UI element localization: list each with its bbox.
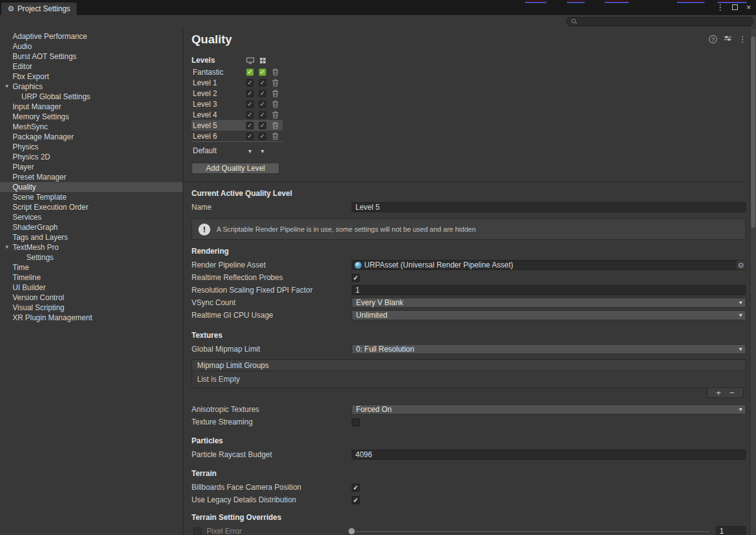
sidebar-item-memory-settings[interactable]: Memory Settings	[0, 112, 183, 122]
delete-level-icon[interactable]	[269, 90, 281, 97]
level-enabled-checkbox[interactable]	[246, 122, 254, 129]
realtime-reflection-probes-checkbox[interactable]	[352, 274, 360, 282]
section-current-active-quality-level: Current Active Quality Level	[192, 188, 746, 198]
sidebar-item-meshsync[interactable]: MeshSync	[0, 122, 183, 132]
table-row[interactable]: Level 4	[192, 109, 283, 120]
level-enabled-checkbox[interactable]	[259, 122, 266, 129]
sidebar-item-physics[interactable]: Physics	[0, 142, 183, 152]
particle-raycast-budget-field[interactable]	[352, 450, 746, 460]
legacy-details-checkbox[interactable]	[352, 496, 360, 504]
sidebar-item-physics-2d[interactable]: Physics 2D	[0, 152, 183, 162]
mipmap-limit-groups-header[interactable]: Mipmap Limit Groups	[192, 360, 745, 371]
sidebar-item-editor[interactable]: Editor	[0, 62, 183, 72]
remove-item-button[interactable]: −	[730, 388, 735, 397]
table-row[interactable]: Level 6	[192, 131, 283, 141]
realtime-gi-label: Realtime GI CPU Usage	[192, 311, 352, 320]
sidebar-item-burst-aot-settings[interactable]: Burst AOT Settings	[0, 51, 183, 62]
sidebar-item-time[interactable]: Time	[0, 262, 183, 273]
resolution-scaling-field[interactable]	[352, 285, 746, 295]
active-level-name-field[interactable]	[352, 202, 746, 212]
global-mipmap-limit-dropdown[interactable]: 0: Full Resolution ▾	[352, 344, 746, 354]
sidebar-item-quality[interactable]: Quality	[0, 182, 183, 192]
table-row[interactable]: Level 3	[192, 99, 283, 109]
add-quality-level-button[interactable]: Add Quality Level	[192, 163, 279, 174]
slider-knob[interactable]	[348, 528, 355, 534]
window-close-icon[interactable]: ×	[746, 3, 751, 12]
level-enabled-checkbox[interactable]	[259, 79, 266, 87]
chevron-down-icon[interactable]: ▾	[256, 148, 269, 154]
sidebar-item-ui-builder[interactable]: UI Builder	[0, 283, 183, 293]
delete-level-icon[interactable]	[269, 68, 281, 76]
delete-level-icon[interactable]	[269, 132, 281, 140]
sidebar-item-package-manager[interactable]: Package Manager	[0, 132, 183, 142]
level-enabled-checkbox[interactable]	[246, 68, 254, 76]
sidebar-item-tmp-settings[interactable]: Settings	[0, 252, 183, 262]
level-enabled-checkbox[interactable]	[246, 132, 254, 140]
sidebar-item-urp-global-settings[interactable]: URP Global Settings	[0, 92, 183, 102]
sidebar-item-timeline[interactable]: Timeline	[0, 273, 183, 283]
sidebar-item-xr-plugin-management[interactable]: XR Plugin Management	[0, 313, 183, 323]
scrollbar-thumb[interactable]	[751, 36, 755, 228]
level-enabled-checkbox[interactable]	[246, 90, 254, 97]
delete-level-icon[interactable]	[269, 100, 281, 108]
mipmap-limit-groups-list: Mipmap Limit Groups List is Empty	[192, 359, 746, 388]
table-row[interactable]: Fantastic	[192, 67, 283, 77]
delete-level-icon[interactable]	[269, 79, 281, 87]
table-row[interactable]: Level 1	[192, 77, 283, 88]
chevron-down-icon[interactable]: ▾	[244, 148, 256, 154]
pixel-error-slider[interactable]	[352, 526, 710, 535]
sidebar-item-label: Graphics	[13, 82, 43, 91]
vertical-scrollbar[interactable]	[750, 29, 756, 535]
table-row[interactable]: Level 2	[192, 88, 283, 99]
render-pipeline-asset-field[interactable]: URPAsset (Universal Render Pipeline Asse…	[352, 260, 746, 270]
vsync-count-dropdown[interactable]: Every V Blank ▾	[352, 298, 746, 308]
presets-icon[interactable]	[723, 35, 732, 44]
chevron-down-icon: ▾	[739, 406, 742, 413]
tab-project-settings[interactable]: ⚙ Project Settings	[1, 3, 77, 15]
window-maximize-icon[interactable]	[732, 4, 738, 10]
object-picker-icon[interactable]: ⊙	[736, 261, 745, 269]
add-item-button[interactable]: +	[716, 388, 721, 397]
pixel-error-override-checkbox[interactable]	[193, 527, 202, 535]
object-field-value: URPAsset (Universal Render Pipeline Asse…	[364, 261, 513, 269]
sidebar-item-audio[interactable]: Audio	[0, 41, 183, 51]
pixel-error-field[interactable]	[716, 526, 746, 535]
sidebar-item-version-control[interactable]: Version Control	[0, 293, 183, 303]
help-icon[interactable]: ?	[709, 35, 717, 43]
level-enabled-checkbox[interactable]	[259, 111, 266, 119]
foldout-open-icon[interactable]: ▼	[4, 82, 9, 92]
level-enabled-checkbox[interactable]	[259, 100, 266, 108]
section-terrain-setting-overrides: Terrain Setting Overrides	[192, 512, 746, 522]
texture-streaming-checkbox[interactable]	[352, 418, 360, 426]
level-enabled-checkbox[interactable]	[259, 68, 266, 76]
sidebar-item-shadergraph[interactable]: ShaderGraph	[0, 222, 183, 232]
window-menu-icon[interactable]: ⋮	[716, 3, 724, 12]
table-row-selected[interactable]: Level 5	[192, 120, 283, 131]
sidebar-item-player[interactable]: Player	[0, 162, 183, 172]
level-enabled-checkbox[interactable]	[246, 79, 254, 87]
sidebar-item-adaptive-performance[interactable]: Adaptive Performance	[0, 31, 183, 41]
sidebar-item-scene-template[interactable]: Scene Template	[0, 192, 183, 202]
sidebar-item-graphics[interactable]: ▼ Graphics	[0, 82, 183, 92]
delete-level-icon[interactable]	[269, 111, 281, 119]
search-input[interactable]	[566, 17, 753, 26]
level-enabled-checkbox[interactable]	[246, 111, 254, 119]
level-enabled-checkbox[interactable]	[246, 100, 254, 108]
sidebar-item-textmesh-pro[interactable]: ▼ TextMesh Pro	[0, 242, 183, 252]
sidebar-item-preset-manager[interactable]: Preset Manager	[0, 172, 183, 182]
delete-level-icon[interactable]	[269, 122, 281, 129]
anisotropic-textures-dropdown[interactable]: Forced On ▾	[352, 404, 746, 414]
realtime-gi-dropdown[interactable]: Unlimited ▾	[352, 310, 746, 320]
sidebar-item-visual-scripting[interactable]: Visual Scripting	[0, 303, 183, 313]
level-enabled-checkbox[interactable]	[259, 90, 266, 97]
billboards-face-camera-checkbox[interactable]	[352, 484, 360, 492]
sidebar-item-services[interactable]: Services	[0, 212, 183, 222]
sidebar-item-script-execution-order[interactable]: Script Execution Order	[0, 202, 183, 212]
sidebar-item-tags-and-layers[interactable]: Tags and Layers	[0, 232, 183, 242]
level-enabled-checkbox[interactable]	[259, 132, 266, 140]
sidebar-item-input-manager[interactable]: Input Manager	[0, 102, 183, 112]
more-menu-icon[interactable]: ⋮	[738, 35, 747, 44]
quality-levels-list: Fantastic Level 1 Level 2	[192, 67, 283, 142]
sidebar-item-fbx-export[interactable]: Fbx Export	[0, 72, 183, 82]
foldout-open-icon[interactable]: ▼	[4, 242, 9, 252]
